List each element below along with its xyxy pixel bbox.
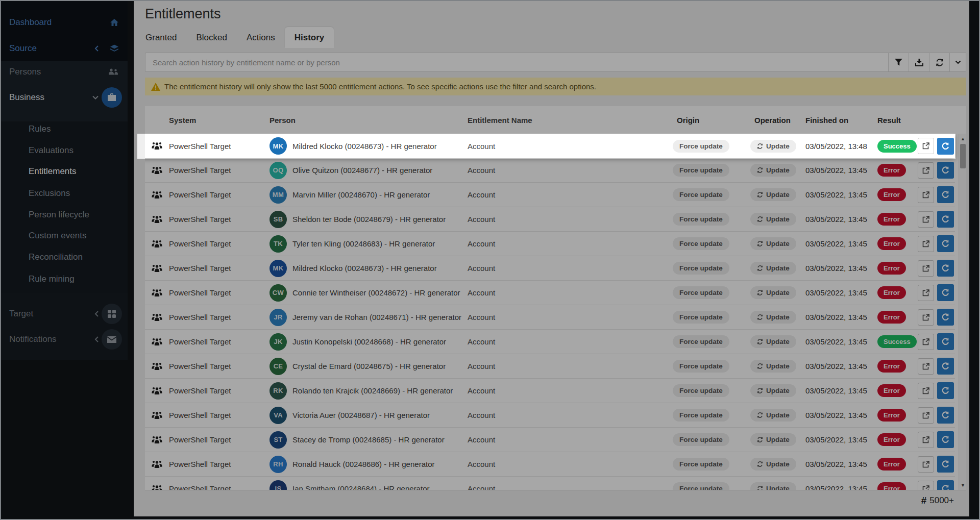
origin-badge: Force update: [673, 335, 729, 348]
download-button[interactable]: [909, 53, 929, 71]
table-row[interactable]: PowerShell Target OQ Olive Quitzon (0024…: [145, 158, 955, 183]
open-details-button[interactable]: [918, 211, 934, 228]
finished-on-cell: 03/05/2022, 13:45: [805, 460, 877, 468]
users-group-icon: [152, 362, 162, 370]
scrollbar-thumb[interactable]: [960, 144, 966, 168]
table-row[interactable]: PowerShell Target RK Rolando ten Krajcik…: [145, 379, 955, 403]
table-row[interactable]: PowerShell Target JK Justin Konopelski (…: [145, 330, 955, 354]
entitlement-cell: Account: [468, 435, 673, 444]
filter-button[interactable]: [888, 53, 909, 71]
external-link-icon: [922, 338, 929, 345]
retry-action-button[interactable]: [937, 284, 954, 301]
refresh-icon: [942, 485, 949, 490]
open-details-button[interactable]: [918, 309, 934, 326]
table-row[interactable]: PowerShell Target MK Mildred Klocko (002…: [145, 256, 955, 281]
tab-actions[interactable]: Actions: [237, 27, 285, 48]
open-details-button[interactable]: [918, 138, 934, 154]
refresh-button[interactable]: [929, 53, 949, 71]
sync-icon: [757, 216, 763, 222]
retry-action-button[interactable]: [937, 138, 954, 155]
open-details-button[interactable]: [918, 187, 934, 203]
sidebar-subitem-person-lifecycle[interactable]: Person lifecycle: [1, 206, 128, 224]
open-details-button[interactable]: [918, 334, 934, 350]
table-row[interactable]: PowerShell Target ST Stacey de Tromp (00…: [145, 428, 955, 452]
open-details-button[interactable]: [918, 481, 934, 490]
entitlement-cell: Account: [468, 313, 673, 321]
table-row[interactable]: PowerShell Target IS Ian Smitham (002486…: [145, 477, 955, 490]
tab-history[interactable]: History: [285, 27, 334, 48]
sidebar-item-persons[interactable]: Persons: [1, 62, 128, 82]
entitlement-cell: Account: [468, 264, 673, 273]
open-details-button[interactable]: [918, 432, 934, 448]
tab-granted[interactable]: Granted: [136, 27, 186, 48]
table-scrollbar[interactable]: ▲ ▼: [959, 134, 966, 490]
sync-icon: [757, 314, 763, 320]
tab-blocked[interactable]: Blocked: [186, 27, 236, 48]
sync-icon: [757, 290, 763, 295]
open-details-button[interactable]: [918, 285, 934, 301]
retry-action-button[interactable]: [937, 407, 954, 424]
retry-action-button[interactable]: [937, 480, 954, 490]
sidebar-subitem-exclusions[interactable]: Exclusions: [1, 185, 128, 202]
open-details-button[interactable]: [918, 260, 934, 277]
sidebar-subitem-rules[interactable]: Rules: [1, 120, 128, 138]
table-row[interactable]: PowerShell Target CE Crystal de Emard (0…: [145, 354, 955, 379]
sidebar-item-dashboard[interactable]: Dashboard: [1, 12, 128, 33]
external-link-icon: [922, 265, 929, 272]
sidebar-subitem-reconciliation[interactable]: Reconciliation: [1, 249, 128, 266]
open-details-button[interactable]: [918, 407, 934, 424]
users-group-icon: [152, 313, 162, 321]
sidebar-subitem-rule-mining[interactable]: Rule mining: [1, 270, 128, 288]
sidebar-item-target[interactable]: Target: [1, 304, 128, 324]
retry-action-button[interactable]: [937, 431, 954, 448]
table-row[interactable]: PowerShell Target VA Victoria Auer (0024…: [145, 403, 955, 428]
table-row[interactable]: PowerShell Target SB Sheldon ter Bode (0…: [145, 207, 955, 232]
retry-action-button[interactable]: [937, 382, 954, 399]
result-badge: Error: [877, 409, 906, 422]
sidebar-item-source[interactable]: Source: [1, 38, 128, 59]
retry-action-button[interactable]: [937, 260, 954, 277]
retry-action-button[interactable]: [937, 235, 954, 252]
retry-action-button[interactable]: [937, 333, 954, 350]
warning-triangle-icon: [151, 83, 160, 91]
table-row[interactable]: PowerShell Target RH Ronald Hauck (00248…: [145, 452, 955, 477]
retry-action-button[interactable]: [937, 358, 954, 375]
retry-action-button[interactable]: [937, 456, 954, 473]
result-badge: Error: [877, 458, 906, 471]
external-link-icon: [922, 436, 929, 443]
operation-badge: Update: [750, 286, 796, 299]
expand-button[interactable]: [949, 53, 966, 71]
search-input[interactable]: [145, 53, 888, 71]
sidebar-subitem-evaluations[interactable]: Evaluations: [1, 142, 128, 159]
filter-icon: [895, 59, 902, 66]
table-row[interactable]: PowerShell Target CW Connie ter Wintheis…: [145, 281, 955, 305]
entitlement-cell: Account: [468, 239, 673, 248]
sidebar-subitem-custom-events[interactable]: Custom events: [1, 227, 128, 244]
home-icon: [110, 19, 118, 26]
sidebar-item-label: Business: [9, 92, 44, 103]
scroll-up-arrow[interactable]: ▲: [959, 135, 967, 142]
retry-action-button[interactable]: [937, 309, 954, 326]
operation-badge: Update: [750, 433, 796, 446]
sidebar-item-business[interactable]: Business: [1, 87, 128, 108]
retry-action-button[interactable]: [937, 186, 954, 203]
table-row[interactable]: PowerShell Target JR Jeremy van de Rohan…: [145, 305, 955, 330]
open-details-button[interactable]: [918, 456, 934, 473]
scroll-down-arrow[interactable]: ▼: [959, 481, 967, 489]
page-title: Entitlements: [145, 6, 221, 22]
open-details-button[interactable]: [918, 358, 934, 375]
sidebar-subitem-entitlements[interactable]: Entitlements: [1, 163, 128, 180]
table-row[interactable]: PowerShell Target MK Mildred Klocko (002…: [145, 134, 955, 158]
table-row[interactable]: PowerShell Target TK Tyler ten Kling (00…: [145, 232, 955, 256]
origin-badge: Force update: [673, 213, 729, 226]
avatar: CW: [270, 284, 287, 302]
table-row[interactable]: PowerShell Target MM Marvin Miller (0024…: [145, 183, 955, 207]
finished-on-cell: 03/05/2022, 13:45: [805, 435, 877, 444]
open-details-button[interactable]: [918, 162, 934, 179]
origin-badge: Force update: [673, 409, 729, 422]
sidebar-item-notifications[interactable]: Notifications: [1, 329, 128, 350]
retry-action-button[interactable]: [937, 162, 954, 179]
open-details-button[interactable]: [918, 236, 934, 252]
retry-action-button[interactable]: [937, 211, 954, 228]
open-details-button[interactable]: [918, 383, 934, 399]
